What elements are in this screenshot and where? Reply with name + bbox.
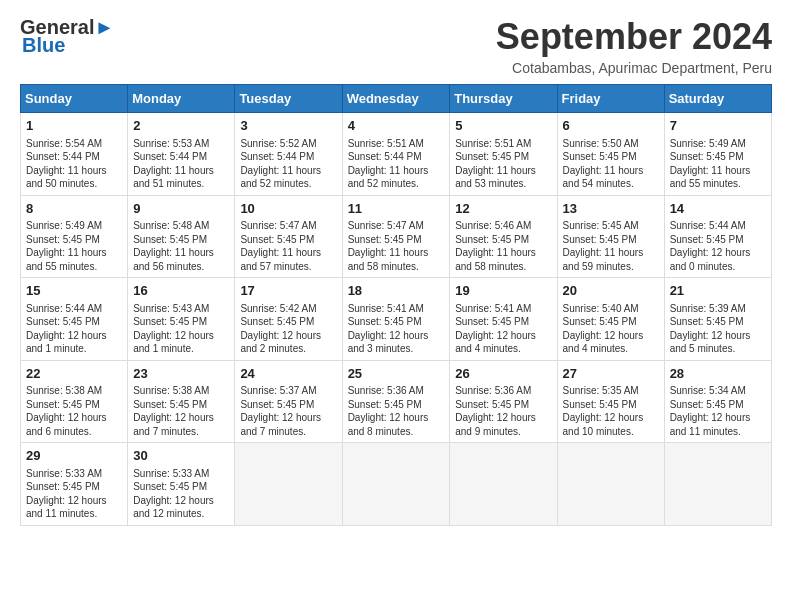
- day-info: Sunrise: 5:54 AMSunset: 5:44 PMDaylight:…: [26, 137, 122, 191]
- calendar-cell: 26Sunrise: 5:36 AMSunset: 5:45 PMDayligh…: [450, 360, 557, 443]
- day-info: Sunrise: 5:53 AMSunset: 5:44 PMDaylight:…: [133, 137, 229, 191]
- day-number: 20: [563, 282, 659, 300]
- day-info: Sunrise: 5:50 AMSunset: 5:45 PMDaylight:…: [563, 137, 659, 191]
- day-number: 15: [26, 282, 122, 300]
- calendar-cell: 8Sunrise: 5:49 AMSunset: 5:45 PMDaylight…: [21, 195, 128, 278]
- calendar-cell: 13Sunrise: 5:45 AMSunset: 5:45 PMDayligh…: [557, 195, 664, 278]
- day-number: 6: [563, 117, 659, 135]
- day-number: 12: [455, 200, 551, 218]
- calendar-cell: [664, 443, 771, 526]
- day-number: 16: [133, 282, 229, 300]
- day-info: Sunrise: 5:36 AMSunset: 5:45 PMDaylight:…: [348, 384, 445, 438]
- calendar-cell: 21Sunrise: 5:39 AMSunset: 5:45 PMDayligh…: [664, 278, 771, 361]
- day-info: Sunrise: 5:34 AMSunset: 5:45 PMDaylight:…: [670, 384, 766, 438]
- calendar-cell: 16Sunrise: 5:43 AMSunset: 5:45 PMDayligh…: [128, 278, 235, 361]
- day-info: Sunrise: 5:44 AMSunset: 5:45 PMDaylight:…: [26, 302, 122, 356]
- calendar-week-row: 1Sunrise: 5:54 AMSunset: 5:44 PMDaylight…: [21, 113, 772, 196]
- calendar-cell: [557, 443, 664, 526]
- calendar-cell: 1Sunrise: 5:54 AMSunset: 5:44 PMDaylight…: [21, 113, 128, 196]
- day-number: 19: [455, 282, 551, 300]
- day-number: 17: [240, 282, 336, 300]
- day-number: 14: [670, 200, 766, 218]
- day-info: Sunrise: 5:38 AMSunset: 5:45 PMDaylight:…: [133, 384, 229, 438]
- header: General► Blue September 2024 Cotabambas,…: [20, 16, 772, 76]
- calendar-table: SundayMondayTuesdayWednesdayThursdayFrid…: [20, 84, 772, 526]
- title-area: September 2024 Cotabambas, Apurimac Depa…: [496, 16, 772, 76]
- day-info: Sunrise: 5:49 AMSunset: 5:45 PMDaylight:…: [26, 219, 122, 273]
- day-number: 25: [348, 365, 445, 383]
- weekday-header-thursday: Thursday: [450, 85, 557, 113]
- day-number: 2: [133, 117, 229, 135]
- day-info: Sunrise: 5:47 AMSunset: 5:45 PMDaylight:…: [240, 219, 336, 273]
- day-number: 5: [455, 117, 551, 135]
- day-number: 27: [563, 365, 659, 383]
- day-info: Sunrise: 5:35 AMSunset: 5:45 PMDaylight:…: [563, 384, 659, 438]
- calendar-cell: 28Sunrise: 5:34 AMSunset: 5:45 PMDayligh…: [664, 360, 771, 443]
- page-title: September 2024: [496, 16, 772, 58]
- day-number: 22: [26, 365, 122, 383]
- weekday-header-sunday: Sunday: [21, 85, 128, 113]
- weekday-header-monday: Monday: [128, 85, 235, 113]
- calendar-cell: [342, 443, 450, 526]
- calendar-cell: 29Sunrise: 5:33 AMSunset: 5:45 PMDayligh…: [21, 443, 128, 526]
- day-number: 24: [240, 365, 336, 383]
- day-number: 9: [133, 200, 229, 218]
- calendar-cell: 23Sunrise: 5:38 AMSunset: 5:45 PMDayligh…: [128, 360, 235, 443]
- calendar-week-row: 8Sunrise: 5:49 AMSunset: 5:45 PMDaylight…: [21, 195, 772, 278]
- calendar-cell: 18Sunrise: 5:41 AMSunset: 5:45 PMDayligh…: [342, 278, 450, 361]
- day-number: 30: [133, 447, 229, 465]
- day-number: 28: [670, 365, 766, 383]
- day-info: Sunrise: 5:47 AMSunset: 5:45 PMDaylight:…: [348, 219, 445, 273]
- calendar-cell: 3Sunrise: 5:52 AMSunset: 5:44 PMDaylight…: [235, 113, 342, 196]
- day-info: Sunrise: 5:51 AMSunset: 5:44 PMDaylight:…: [348, 137, 445, 191]
- logo: General► Blue: [20, 16, 114, 57]
- calendar-cell: 6Sunrise: 5:50 AMSunset: 5:45 PMDaylight…: [557, 113, 664, 196]
- day-number: 18: [348, 282, 445, 300]
- day-info: Sunrise: 5:33 AMSunset: 5:45 PMDaylight:…: [133, 467, 229, 521]
- calendar-cell: 19Sunrise: 5:41 AMSunset: 5:45 PMDayligh…: [450, 278, 557, 361]
- day-number: 11: [348, 200, 445, 218]
- day-number: 3: [240, 117, 336, 135]
- day-info: Sunrise: 5:48 AMSunset: 5:45 PMDaylight:…: [133, 219, 229, 273]
- page-subtitle: Cotabambas, Apurimac Department, Peru: [496, 60, 772, 76]
- calendar-week-row: 15Sunrise: 5:44 AMSunset: 5:45 PMDayligh…: [21, 278, 772, 361]
- calendar-cell: 14Sunrise: 5:44 AMSunset: 5:45 PMDayligh…: [664, 195, 771, 278]
- calendar-cell: [450, 443, 557, 526]
- calendar-cell: 20Sunrise: 5:40 AMSunset: 5:45 PMDayligh…: [557, 278, 664, 361]
- day-info: Sunrise: 5:46 AMSunset: 5:45 PMDaylight:…: [455, 219, 551, 273]
- calendar-cell: 2Sunrise: 5:53 AMSunset: 5:44 PMDaylight…: [128, 113, 235, 196]
- day-info: Sunrise: 5:41 AMSunset: 5:45 PMDaylight:…: [455, 302, 551, 356]
- day-info: Sunrise: 5:38 AMSunset: 5:45 PMDaylight:…: [26, 384, 122, 438]
- calendar-cell: 24Sunrise: 5:37 AMSunset: 5:45 PMDayligh…: [235, 360, 342, 443]
- day-number: 26: [455, 365, 551, 383]
- weekday-header-saturday: Saturday: [664, 85, 771, 113]
- day-number: 10: [240, 200, 336, 218]
- day-number: 8: [26, 200, 122, 218]
- day-number: 4: [348, 117, 445, 135]
- weekday-header-tuesday: Tuesday: [235, 85, 342, 113]
- calendar-cell: 5Sunrise: 5:51 AMSunset: 5:45 PMDaylight…: [450, 113, 557, 196]
- calendar-cell: 12Sunrise: 5:46 AMSunset: 5:45 PMDayligh…: [450, 195, 557, 278]
- day-number: 13: [563, 200, 659, 218]
- day-info: Sunrise: 5:44 AMSunset: 5:45 PMDaylight:…: [670, 219, 766, 273]
- day-info: Sunrise: 5:40 AMSunset: 5:45 PMDaylight:…: [563, 302, 659, 356]
- day-number: 7: [670, 117, 766, 135]
- calendar-cell: 7Sunrise: 5:49 AMSunset: 5:45 PMDaylight…: [664, 113, 771, 196]
- day-number: 1: [26, 117, 122, 135]
- day-number: 23: [133, 365, 229, 383]
- calendar-cell: 11Sunrise: 5:47 AMSunset: 5:45 PMDayligh…: [342, 195, 450, 278]
- calendar-cell: 15Sunrise: 5:44 AMSunset: 5:45 PMDayligh…: [21, 278, 128, 361]
- day-info: Sunrise: 5:37 AMSunset: 5:45 PMDaylight:…: [240, 384, 336, 438]
- day-info: Sunrise: 5:45 AMSunset: 5:45 PMDaylight:…: [563, 219, 659, 273]
- calendar-week-row: 29Sunrise: 5:33 AMSunset: 5:45 PMDayligh…: [21, 443, 772, 526]
- calendar-cell: 30Sunrise: 5:33 AMSunset: 5:45 PMDayligh…: [128, 443, 235, 526]
- day-info: Sunrise: 5:41 AMSunset: 5:45 PMDaylight:…: [348, 302, 445, 356]
- calendar-cell: 27Sunrise: 5:35 AMSunset: 5:45 PMDayligh…: [557, 360, 664, 443]
- day-info: Sunrise: 5:43 AMSunset: 5:45 PMDaylight:…: [133, 302, 229, 356]
- day-number: 29: [26, 447, 122, 465]
- day-info: Sunrise: 5:51 AMSunset: 5:45 PMDaylight:…: [455, 137, 551, 191]
- day-info: Sunrise: 5:36 AMSunset: 5:45 PMDaylight:…: [455, 384, 551, 438]
- weekday-header-friday: Friday: [557, 85, 664, 113]
- calendar-cell: 25Sunrise: 5:36 AMSunset: 5:45 PMDayligh…: [342, 360, 450, 443]
- day-info: Sunrise: 5:33 AMSunset: 5:45 PMDaylight:…: [26, 467, 122, 521]
